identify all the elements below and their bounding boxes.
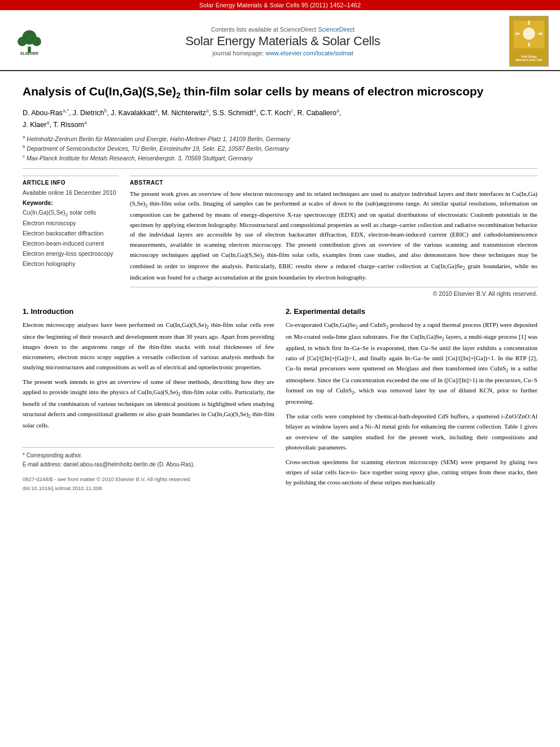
svg-text:ELSEVIER: ELSEVIER bbox=[20, 51, 38, 55]
keyword-item: Electron microscopy bbox=[23, 219, 119, 229]
elsevier-tree-icon: ELSEVIER bbox=[11, 27, 48, 55]
svg-text:Materials & Solar Cells: Materials & Solar Cells bbox=[515, 59, 542, 62]
keyword-item: Electron-beam-induced current bbox=[23, 239, 119, 249]
svg-text:Solar Energy: Solar Energy bbox=[521, 55, 537, 58]
svg-rect-10 bbox=[528, 43, 530, 47]
keywords-label: Keywords: bbox=[23, 199, 119, 206]
main-content: 1. Introduction Electron microscopy anal… bbox=[23, 307, 537, 493]
svg-point-3 bbox=[18, 37, 27, 46]
email-label: E-mail address: bbox=[23, 461, 62, 468]
contents-text: Contents lists available at ScienceDirec… bbox=[211, 26, 317, 33]
footnote-corresponding: * Corresponding author. E-mail address: … bbox=[23, 451, 274, 469]
paper-body: Analysis of Cu(In,Ga)(S,Se)2 thin-film s… bbox=[0, 84, 560, 493]
article-info-heading: Article Info bbox=[23, 180, 119, 186]
contents-available-line: Contents lists available at ScienceDirec… bbox=[56, 26, 509, 33]
journal-homepage: journal homepage: www.elsevier.com/locat… bbox=[56, 50, 509, 56]
keywords-list: Cu(In,Ga)(S,Se)2 solar cells Electron mi… bbox=[23, 208, 119, 269]
article-info-abstract-section: Article Info Available online 16 Decembe… bbox=[23, 176, 537, 298]
keyword-item: Electron holography bbox=[23, 259, 119, 269]
journal-header: ELSEVIER Contents lists available at Sci… bbox=[0, 10, 560, 71]
section1-para2: The present work intends to give an over… bbox=[23, 377, 274, 430]
abstract-heading: Abstract bbox=[130, 180, 537, 186]
available-online: Available online 16 December 2010 bbox=[23, 189, 119, 196]
copyright-line: © 2010 Elsevier B.V. All rights reserved… bbox=[130, 287, 537, 297]
journal-cover-image: Solar Energy Materials & Solar Cells bbox=[511, 16, 546, 67]
right-column: 2. Experimental details Co-evaporated Cu… bbox=[286, 307, 537, 493]
keyword-item: Cu(In,Ga)(S,Se)2 solar cells bbox=[23, 208, 119, 219]
abstract-text: The present work gives an overview of ho… bbox=[130, 189, 537, 283]
authors-list: D. Abou-Rasa,*, J. Dietrichb, J. Kavalak… bbox=[23, 107, 537, 130]
affiliations: a Helmholtz-Zentrum Berlin für Materiali… bbox=[23, 134, 537, 162]
keyword-item: Electron energy-loss spectroscopy bbox=[23, 249, 119, 259]
section1-para1: Electron microscopy analyses have been p… bbox=[23, 320, 274, 372]
keyword-item: Electron backscatter diffraction bbox=[23, 229, 119, 239]
svg-rect-11 bbox=[515, 33, 519, 35]
journal-title: Solar Energy Materials & Solar Cells bbox=[56, 34, 509, 49]
section1-heading: 1. Introduction bbox=[23, 307, 274, 316]
section2-para1: Co-evaporated Cu(In,Ga)Se2 and CuInS2 pr… bbox=[286, 320, 537, 407]
elsevier-logo: ELSEVIER bbox=[11, 27, 56, 55]
paper-title: Analysis of Cu(In,Ga)(S,Se)2 thin-film s… bbox=[23, 84, 537, 101]
article-info-panel: Article Info Available online 16 Decembe… bbox=[23, 176, 119, 298]
journal-header-center: Contents lists available at ScienceDirec… bbox=[56, 26, 509, 56]
svg-point-4 bbox=[32, 37, 41, 46]
section2-heading: 2. Experimental details bbox=[286, 307, 537, 316]
journal-citation-bar: Solar Energy Materials & Solar Cells 95 … bbox=[0, 0, 560, 10]
section2-para3: Cross-section specimens for scanning ele… bbox=[286, 457, 537, 487]
divider-after-affiliations bbox=[23, 168, 537, 169]
svg-rect-12 bbox=[539, 33, 542, 35]
abstract-panel: Abstract The present work gives an overv… bbox=[130, 176, 537, 298]
section2-para2: The solar cells were completed by chemic… bbox=[286, 411, 537, 452]
sciencedirect-link[interactable]: ScienceDirect bbox=[318, 26, 355, 33]
journal-cover-thumbnail: Solar Energy Materials & Solar Cells bbox=[509, 16, 549, 67]
svg-point-8 bbox=[523, 28, 535, 40]
footnote-section: * Corresponding author. E-mail address: … bbox=[23, 447, 274, 469]
homepage-label: journal homepage: bbox=[212, 50, 264, 56]
homepage-link[interactable]: www.elsevier.com/locate/solmat bbox=[265, 50, 353, 56]
issn-line: 0927-0248/$ - see front matter © 2010 El… bbox=[23, 475, 274, 484]
svg-rect-9 bbox=[528, 21, 530, 25]
corresponding-label: * Corresponding author. bbox=[23, 452, 82, 458]
left-column: 1. Introduction Electron microscopy anal… bbox=[23, 307, 274, 493]
email-value: daniel.abou-ras@helmholtz-berlin.de (D. … bbox=[63, 461, 195, 468]
journal-citation-text: Solar Energy Materials & Solar Cells 95 … bbox=[199, 2, 361, 8]
doi-line: doi:10.1016/j.solmat.2010.11.008 bbox=[23, 484, 274, 493]
bottom-bar: 0927-0248/$ - see front matter © 2010 El… bbox=[23, 475, 274, 493]
